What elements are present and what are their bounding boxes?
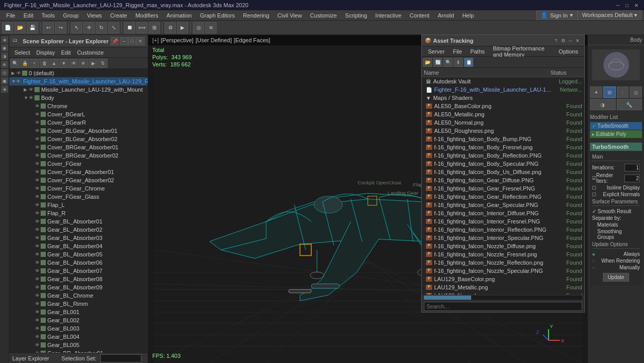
ap-file-row[interactable]: P ALE50_Metallic.png Found [422, 110, 584, 118]
menu-animation[interactable]: Animation [163, 11, 196, 20]
scene-explorer-row[interactable]: 👁 Gear_BL_Rimm [9, 300, 148, 308]
update-button[interactable]: Update [603, 273, 629, 282]
se-menu-customize[interactable]: Customize [74, 48, 107, 57]
se-menu-display[interactable]: Display [33, 48, 58, 57]
eye-icon[interactable]: 👁 [35, 301, 40, 306]
menu-civil-view[interactable]: Civil View [273, 11, 306, 20]
ap-file-row[interactable]: P f-16_fighting_falcon_Body_Reflection.P… [422, 151, 584, 160]
ap-tb-btn1[interactable]: 📂 [423, 58, 432, 67]
se-sort-button[interactable]: ⇅ [98, 59, 108, 68]
se-close-button[interactable]: ✕ [136, 37, 145, 45]
se-freeze-button[interactable]: ❄ [79, 59, 88, 68]
scene-explorer-row[interactable]: 👁 Gear_BL_Chrome [9, 291, 148, 300]
scene-explorer-row[interactable]: 👁 Gear_BL002 [9, 316, 148, 324]
left-icon-5[interactable]: ◷ [1, 69, 8, 76]
select-button[interactable]: ↖ [71, 22, 82, 33]
maximize-button[interactable]: □ [623, 2, 631, 9]
ap-file-row[interactable]: P f-16_fighting_falcon_Body_Bump.PNG Fou… [422, 135, 584, 143]
save-button[interactable]: 💾 [27, 22, 38, 33]
menu-create[interactable]: Create [106, 11, 131, 20]
turbosmooth-modifier[interactable]: ✓ TurboSmooth [590, 122, 642, 130]
mirror-button[interactable]: ⟺ [136, 22, 148, 33]
ap-tb-btn3[interactable]: 🔍 [443, 58, 453, 67]
se-render-button[interactable]: ▶ [88, 59, 98, 68]
se-menu-edit[interactable]: Edit [58, 48, 74, 57]
scene-explorer-row[interactable]: 👁 Cover_BGearL [9, 110, 148, 118]
scene-explorer-row[interactable]: 👁 Cover_BRGear_Absorber02 [9, 151, 148, 160]
eye-icon[interactable]: 👁 [35, 219, 40, 224]
ap-file-row[interactable]: P f-16_fighting_falcon_Interior_Fresnel.… [422, 217, 584, 226]
expand-icon[interactable]: ▼ [24, 95, 29, 100]
scene-explorer-row[interactable]: 👁 Cover_FGear_Chrome [9, 184, 148, 193]
se-pin-button[interactable]: 📌 [111, 37, 119, 45]
eye-icon[interactable]: 👁 [35, 186, 40, 191]
eye-icon[interactable]: 👁 [35, 145, 40, 150]
ap-close-button[interactable]: ✕ [574, 37, 581, 44]
ap-file-row[interactable]: P f-16_fighting_falcon_Gear_Diffuse.PNG … [422, 176, 584, 184]
ap-menu-paths[interactable]: Paths [466, 47, 489, 56]
scene-explorer-row[interactable]: 👁 Cover_FGear_Glass [9, 193, 148, 201]
asset-tracking-content[interactable]: 🏛 Autodesk Vault Logged... 📄 Fighter_F-1… [422, 77, 584, 295]
ap-file-row[interactable]: P f-16_fighting_falcon_Body_Fresnel.png … [422, 143, 584, 151]
se-new-layer-button[interactable]: + [30, 59, 39, 68]
ap-file-row[interactable]: P LAU129_Metallic.png Found [422, 283, 584, 291]
scene-explorer-row[interactable]: 👁 Cover_FGear [9, 160, 148, 168]
eye-icon[interactable]: 👁 [35, 211, 40, 216]
eye-icon[interactable]: 👁 [35, 202, 40, 208]
eye-icon[interactable]: 👁 [35, 244, 40, 249]
eye-icon[interactable]: 👁 [35, 136, 40, 142]
scene-explorer-row[interactable]: 👁 Gear_BL_Absorber05 [9, 250, 148, 258]
ap-file-row[interactable]: P f-16_fighting_falcon_Body_Us_Diffuse.p… [422, 168, 584, 176]
menu-interactive[interactable]: Interactive [371, 11, 406, 20]
eye-icon[interactable]: 👁 [35, 293, 40, 298]
se-maximize-button[interactable]: □ [128, 37, 136, 45]
ap-file-row[interactable]: P LAU129_BaseColor.png Found [422, 275, 584, 283]
se-lock-button[interactable]: 🔒 [20, 59, 29, 68]
eye-icon[interactable]: 👁 [35, 276, 40, 282]
menu-scripting[interactable]: Scripting [341, 11, 371, 20]
scene-explorer-row[interactable]: 👁 Cover_FGear_Absorber02 [9, 176, 148, 184]
ap-file-row[interactable]: P ALE50_Roughness.png Found [422, 127, 584, 135]
menu-arnold[interactable]: Arnold [434, 11, 458, 20]
ap-file-row[interactable]: P f-16_fighting_falcon_Gear_Reflection.P… [422, 193, 584, 201]
eye-icon[interactable]: 👁 [35, 252, 40, 257]
ap-file-row[interactable]: P f-16_fighting_falcon_Interior_Specular… [422, 234, 584, 242]
menu-rendering[interactable]: Rendering [239, 11, 274, 20]
eye-icon[interactable]: 👁 [35, 153, 40, 158]
expand-icon[interactable]: ▶ [24, 87, 29, 92]
eye-icon[interactable]: 👁 [35, 161, 40, 166]
scene-explorer-row[interactable]: 👁 Gear_BL_Absorber06 [9, 258, 148, 267]
scene-explorer-row[interactable]: 👁 Gear_BL_Absorber07 [9, 267, 148, 275]
se-delete-button[interactable]: 🗑 [40, 59, 49, 68]
menu-file[interactable]: File [2, 11, 20, 20]
eye-icon[interactable]: 👁 [29, 95, 33, 100]
eye-icon[interactable]: 👁 [35, 227, 40, 232]
menu-customize[interactable]: Customize [306, 11, 341, 20]
eye-icon[interactable]: 👁 [35, 194, 40, 199]
menu-content[interactable]: Content [405, 11, 434, 20]
hierarchy-tab[interactable]: ⋮ [617, 87, 629, 98]
undo-button[interactable]: ↩ [43, 22, 54, 33]
eye-icon[interactable]: 👁 [35, 120, 40, 125]
utility-tab[interactable]: 🔧 [617, 99, 642, 110]
snap-button[interactable]: 🔲 [124, 22, 135, 33]
create-tab[interactable]: ✦ [590, 87, 602, 98]
minimize-button[interactable]: ─ [614, 2, 621, 9]
eye-icon[interactable]: 👁 [35, 309, 40, 315]
scene-explorer-row[interactable]: 👁 Gear_BL_Absorber09 [9, 283, 148, 291]
eye-icon[interactable]: 👁 [35, 326, 40, 331]
eye-icon[interactable]: 👁 [35, 128, 40, 133]
scene-explorer-row[interactable]: 👁 Flap_L [9, 201, 148, 209]
scene-explorer-row[interactable]: 👁 Cover_BGearR [9, 118, 148, 127]
workspaces-dropdown[interactable]: Workspaces Default ▾ [578, 10, 642, 20]
material-editor-button[interactable]: ◎ [193, 22, 204, 33]
menu-modifiers[interactable]: Modifiers [131, 11, 163, 20]
ap-file-row[interactable]: P f-16_fighting_falcon_Gear_Specular.PNG… [422, 201, 584, 209]
scene-explorer-row[interactable]: 👁 Chrome [9, 102, 148, 110]
eye-icon[interactable]: 👁 [35, 235, 40, 240]
left-icon-3[interactable]: ◑ [1, 53, 8, 60]
close-button[interactable]: ✕ [633, 2, 640, 9]
ap-help-button[interactable]: ? [552, 37, 560, 44]
eye-icon[interactable]: 👁 [35, 169, 40, 175]
sign-in-button[interactable]: 👤 Sign In ▾ [536, 10, 577, 20]
